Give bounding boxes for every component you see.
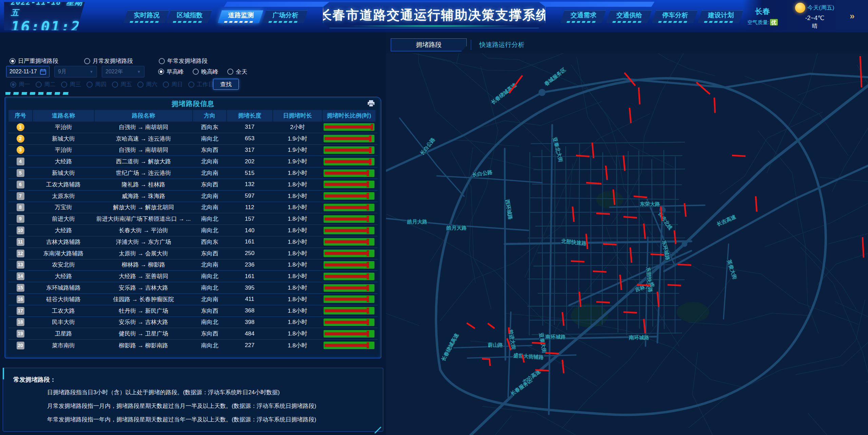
map-road-grid [538,252,678,253]
table-row[interactable]: 13农安北街柳林路 → 柳影路北向南2361.8小时 [8,259,378,271]
col-header-5: 拥堵长度 [227,110,272,122]
cell-duration: 1.8小时 [273,192,322,200]
table-row[interactable]: 8万宝街解放大街 → 解放北胡同北向南1121.8小时 [8,202,378,214]
map-road-label: 东荣大路 [639,201,660,207]
ratio-bar-fill [325,309,367,312]
rank-badge: 2 [17,135,24,143]
year-select[interactable]: 2022年 ▼ [102,66,144,77]
notes-panel: 常发拥堵路段： 日拥堵路段指当日3小时（含）以上处于拥堵的路段。(数据源：浮动车… [3,368,383,432]
nav-tab-1[interactable]: 实时路况 [123,10,169,23]
cell-direction: 东向西 [193,250,226,257]
map-road-minor [801,247,868,435]
map-road-jilin-road [569,251,691,305]
weather-more-arrow-icon[interactable]: » [850,11,854,21]
cell-segment: 牡丹街 → 新民广场 [95,307,192,315]
table-row[interactable]: 11吉林大路辅路洋浦大街 → 东方广场西向东1611.8小时 [8,236,378,248]
note-line: 月常发拥堵路段指一月内，拥堵路段星期天数超过当月一半及以上天数。(数据源：浮动车… [47,402,373,410]
cell-segment: 长春大街 → 平治街 [95,226,192,234]
cell-duration: 1.8小时 [273,295,322,303]
rank-badge: 18 [17,318,24,326]
month-select[interactable]: 9月 ▼ [54,66,97,77]
map-road-minor [745,76,848,156]
cell-ratio [323,284,375,292]
cell-ratio [323,261,375,269]
table-row[interactable]: 7太原东街威海路 → 珠海路北向南5971.8小时 [8,191,378,202]
nav-tab-label: 停车分析 [662,11,688,20]
radio-period-2[interactable]: 晚高峰 [193,68,218,76]
table-row[interactable]: 19卫星路健民街 → 卫星广场东向西4841.8小时 [8,328,378,340]
search-button[interactable]: 查找 [213,79,239,90]
weather-temp: -2~4℃ [783,14,847,22]
map-road-label: 亚泰北大街 [552,136,564,163]
nav-tab-right-4[interactable]: 建设计划 [698,10,743,23]
cell-length: 140 [227,227,272,234]
cell-duration: 1.9小时 [273,135,322,143]
nav-tab-right-1[interactable]: 交通需求 [560,10,606,23]
table-row[interactable]: 6工农大路辅路隆礼路 → 桂林路东向西1321.8小时 [8,179,378,191]
nav-tab-label: 广场分析 [272,11,298,20]
cell-length: 236 [227,261,272,268]
cell-duration: 1.8小时 [273,203,322,211]
nav-tab-3[interactable]: 道路监测 [218,10,263,23]
table-row[interactable]: 17工农大路牡丹街 → 新民广场东向西3681.8小时 [8,305,378,317]
cell-road: 工农大路辅路 [33,181,94,188]
printer-icon[interactable] [367,100,375,107]
map-interchange [539,89,545,96]
table-row[interactable]: 3平治街自强街 → 南胡胡同东向西3171.9小时 [8,145,378,156]
nav-tab-label: 区域指数 [177,11,202,20]
radio-type-3[interactable]: 年常发拥堵路段 [159,57,208,65]
cell-road: 前进大街 [33,215,94,223]
tab-expressway-analysis[interactable]: 快速路运行分析 [479,40,524,49]
table-row[interactable]: 2新城大街京哈高速 → 连云港街南向北6531.9小时 [8,133,378,145]
ratio-bar-tick [367,250,369,256]
cell-ratio [323,319,375,326]
map-road-label: 春城服务区 [543,67,567,87]
radio-weekday-5: 周五 [112,80,132,88]
nav-tab-4[interactable]: 广场分析 [262,10,308,23]
table-row[interactable]: 18民丰大街安乐街 → 吉林大路南向北3981.8小时 [8,317,378,328]
table-row[interactable]: 16硅谷大街辅路佳园路 → 长春肿瘤医院北向南4111.8小时 [8,294,378,305]
table-row[interactable]: 15东环城路辅路安乐路 → 吉林大路南向北3951.8小时 [8,282,378,294]
cell-length: 157 [227,216,272,222]
table-row[interactable]: 4大经路西二道街 → 解放大路北向南2021.9小时 [8,156,378,167]
ratio-bar-tick [371,124,373,130]
date-picker[interactable]: 2022-11-17 [6,66,50,77]
table-row[interactable]: 14大经路大经路 → 至善胡同南向北1611.8小时 [8,271,378,282]
nav-tab-right-3[interactable]: 停车分析 [652,10,697,23]
cell-length: 653 [227,135,272,142]
col-header-1: 序号 [8,110,32,122]
table-row[interactable]: 20菜市南街柳影路 → 柳影南路南向北2271.8小时 [8,340,378,351]
ratio-bar-tick [369,159,371,165]
tab-congested-segments[interactable]: 拥堵路段 [391,38,467,51]
ratio-bar [324,192,374,200]
table-row[interactable]: 9前进大街前进大街南湖广场下桥匝道出口 → ...南向北1571.8小时 [8,213,378,225]
map-road-minor [573,53,715,76]
nav-tab-2[interactable]: 区域指数 [167,10,212,23]
cell-duration: 1.8小时 [273,215,322,223]
radio-weekday-8: 工作日 [188,80,214,88]
ratio-bar-fill [325,137,369,140]
map-road-minor [692,352,752,435]
cell-segment: 世纪广场 → 连云港街 [95,169,192,177]
table-row[interactable]: 1平治街自强街 → 南胡胡同西向东3172小时 [8,122,378,133]
table-row[interactable]: 10大经路长春大街 → 平治街南向北1401.8小时 [8,225,378,236]
cell-direction: 南向北 [193,284,226,292]
radio-icon [159,58,165,64]
radio-period-1[interactable]: 早高峰 [158,68,184,76]
ratio-bar [324,342,374,349]
filter-type-group: 日严重拥堵路段月常发拥堵路段年常发拥堵路段 [9,57,208,65]
table-row[interactable]: 12东南湖大路辅路太原街 → 会展大街东向西2501.8小时 [8,248,378,259]
congestion-segment [596,302,610,303]
radio-type-1[interactable]: 日严重拥堵路段 [9,57,58,65]
cell-duration: 1.8小时 [273,226,322,234]
radio-period-3[interactable]: 全天 [227,68,247,76]
ratio-bar-tick [367,193,369,199]
cell-rank: 14 [8,272,32,280]
radio-type-2[interactable]: 月常发拥堵路段 [84,57,133,65]
cell-rank: 6 [8,181,32,188]
nav-tab-right-2[interactable]: 交通供给 [606,10,652,23]
year-value: 2022年 [105,68,123,75]
table-row[interactable]: 5新城大街世纪广场 → 连云港街北向南5151.8小时 [8,167,378,179]
city-map[interactable]: 长春绕城高速春城服务区长白公路长白公路皓月大路皓月大路西环城路亚泰北大街北部快速… [386,53,868,435]
map-road-minor [720,112,823,194]
